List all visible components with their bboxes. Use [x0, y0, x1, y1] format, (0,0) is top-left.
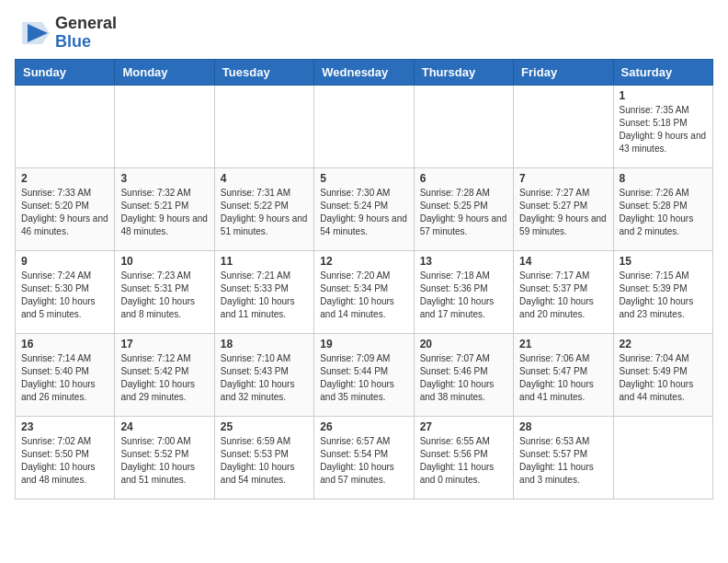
logo-wordmark: GeneralBlue — [55, 15, 117, 52]
calendar-day-cell: 12Sunrise: 7:20 AM Sunset: 5:34 PM Dayli… — [314, 251, 414, 334]
day-number: 27 — [420, 420, 507, 433]
day-info: Sunrise: 7:27 AM Sunset: 5:27 PM Dayligh… — [519, 187, 607, 238]
day-info: Sunrise: 7:26 AM Sunset: 5:28 PM Dayligh… — [620, 187, 707, 238]
day-info: Sunrise: 7:06 AM Sunset: 5:47 PM Dayligh… — [519, 352, 607, 404]
day-number: 15 — [620, 255, 707, 268]
logo-icon — [15, 15, 51, 52]
calendar-day-cell: 22Sunrise: 7:04 AM Sunset: 5:49 PM Dayli… — [613, 334, 712, 417]
day-number: 4 — [221, 172, 308, 185]
day-info: Sunrise: 7:20 AM Sunset: 5:34 PM Dayligh… — [320, 270, 407, 321]
day-number: 2 — [21, 172, 108, 185]
calendar-week-row: 16Sunrise: 7:14 AM Sunset: 5:40 PM Dayli… — [16, 334, 713, 417]
calendar-day-cell: 23Sunrise: 7:02 AM Sunset: 5:50 PM Dayli… — [16, 417, 115, 500]
day-info: Sunrise: 7:02 AM Sunset: 5:50 PM Dayligh… — [21, 435, 108, 487]
calendar-day-cell: 1Sunrise: 7:35 AM Sunset: 5:18 PM Daylig… — [613, 86, 712, 168]
calendar-day-cell: 10Sunrise: 7:23 AM Sunset: 5:31 PM Dayli… — [115, 251, 214, 334]
day-number: 23 — [21, 420, 108, 433]
day-number: 9 — [21, 255, 108, 268]
day-info: Sunrise: 7:09 AM Sunset: 5:44 PM Dayligh… — [320, 352, 407, 404]
calendar-day-cell: 18Sunrise: 7:10 AM Sunset: 5:43 PM Dayli… — [214, 334, 313, 417]
calendar-day-cell — [214, 86, 313, 168]
day-number: 19 — [320, 338, 407, 350]
day-of-week-header: Monday — [115, 60, 214, 86]
calendar-table: SundayMondayTuesdayWednesdayThursdayFrid… — [15, 59, 713, 500]
calendar-week-row: 1Sunrise: 7:35 AM Sunset: 5:18 PM Daylig… — [16, 86, 713, 168]
day-number: 5 — [320, 172, 407, 185]
day-info: Sunrise: 7:10 AM Sunset: 5:43 PM Dayligh… — [221, 352, 308, 404]
day-number: 21 — [519, 338, 607, 350]
calendar-day-cell: 14Sunrise: 7:17 AM Sunset: 5:37 PM Dayli… — [514, 251, 613, 334]
calendar-day-cell: 20Sunrise: 7:07 AM Sunset: 5:46 PM Dayli… — [414, 334, 513, 417]
day-number: 24 — [120, 420, 208, 433]
day-of-week-header: Friday — [514, 60, 613, 86]
calendar-day-cell — [314, 86, 414, 168]
day-number: 25 — [221, 420, 308, 433]
day-number: 26 — [320, 420, 407, 433]
logo: GeneralBlue — [15, 15, 117, 52]
calendar-day-cell: 19Sunrise: 7:09 AM Sunset: 5:44 PM Dayli… — [314, 334, 414, 417]
day-number: 18 — [221, 338, 308, 350]
calendar-day-cell: 13Sunrise: 7:18 AM Sunset: 5:36 PM Dayli… — [414, 251, 513, 334]
calendar-day-cell: 8Sunrise: 7:26 AM Sunset: 5:28 PM Daylig… — [613, 168, 712, 251]
calendar-day-cell: 11Sunrise: 7:21 AM Sunset: 5:33 PM Dayli… — [214, 251, 313, 334]
day-number: 6 — [420, 172, 507, 185]
day-info: Sunrise: 7:33 AM Sunset: 5:20 PM Dayligh… — [21, 187, 108, 238]
day-number: 17 — [120, 338, 208, 350]
day-info: Sunrise: 6:59 AM Sunset: 5:53 PM Dayligh… — [221, 435, 308, 487]
calendar-day-cell: 4Sunrise: 7:31 AM Sunset: 5:22 PM Daylig… — [214, 168, 313, 251]
day-info: Sunrise: 7:21 AM Sunset: 5:33 PM Dayligh… — [221, 270, 308, 321]
calendar-day-cell — [414, 86, 513, 168]
page-header: GeneralBlue — [15, 15, 713, 52]
day-number: 14 — [519, 255, 607, 268]
calendar-day-cell — [16, 86, 115, 168]
day-info: Sunrise: 7:12 AM Sunset: 5:42 PM Dayligh… — [120, 352, 208, 404]
calendar-day-cell: 28Sunrise: 6:53 AM Sunset: 5:57 PM Dayli… — [514, 417, 613, 500]
day-number: 1 — [620, 89, 707, 102]
day-info: Sunrise: 7:18 AM Sunset: 5:36 PM Dayligh… — [420, 270, 507, 321]
day-info: Sunrise: 7:15 AM Sunset: 5:39 PM Dayligh… — [620, 270, 707, 321]
day-number: 28 — [519, 420, 607, 433]
calendar-day-cell: 25Sunrise: 6:59 AM Sunset: 5:53 PM Dayli… — [214, 417, 313, 500]
day-number: 8 — [620, 172, 707, 185]
day-number: 12 — [320, 255, 407, 268]
calendar-day-cell: 17Sunrise: 7:12 AM Sunset: 5:42 PM Dayli… — [115, 334, 214, 417]
day-info: Sunrise: 7:00 AM Sunset: 5:52 PM Dayligh… — [120, 435, 208, 487]
logo-line1: General — [55, 15, 117, 33]
calendar-day-cell: 16Sunrise: 7:14 AM Sunset: 5:40 PM Dayli… — [16, 334, 115, 417]
day-info: Sunrise: 6:53 AM Sunset: 5:57 PM Dayligh… — [519, 435, 607, 487]
day-info: Sunrise: 6:55 AM Sunset: 5:56 PM Dayligh… — [420, 435, 507, 487]
day-info: Sunrise: 7:14 AM Sunset: 5:40 PM Dayligh… — [21, 352, 108, 404]
day-of-week-header: Thursday — [414, 60, 513, 86]
day-of-week-header: Saturday — [613, 60, 712, 86]
day-info: Sunrise: 7:04 AM Sunset: 5:49 PM Dayligh… — [620, 352, 707, 404]
calendar-day-cell: 3Sunrise: 7:32 AM Sunset: 5:21 PM Daylig… — [115, 168, 214, 251]
calendar-day-cell — [115, 86, 214, 168]
logo-line2: Blue — [55, 33, 117, 52]
day-info: Sunrise: 7:35 AM Sunset: 5:18 PM Dayligh… — [620, 104, 707, 155]
calendar-day-cell — [613, 417, 712, 500]
day-info: Sunrise: 7:30 AM Sunset: 5:24 PM Dayligh… — [320, 187, 407, 238]
calendar-header-row: SundayMondayTuesdayWednesdayThursdayFrid… — [16, 60, 713, 86]
calendar-week-row: 9Sunrise: 7:24 AM Sunset: 5:30 PM Daylig… — [16, 251, 713, 334]
day-number: 22 — [620, 338, 707, 350]
day-of-week-header: Sunday — [16, 60, 115, 86]
day-number: 11 — [221, 255, 308, 268]
calendar-day-cell: 7Sunrise: 7:27 AM Sunset: 5:27 PM Daylig… — [514, 168, 613, 251]
calendar-day-cell: 6Sunrise: 7:28 AM Sunset: 5:25 PM Daylig… — [414, 168, 513, 251]
day-info: Sunrise: 7:28 AM Sunset: 5:25 PM Dayligh… — [420, 187, 507, 238]
calendar-day-cell: 9Sunrise: 7:24 AM Sunset: 5:30 PM Daylig… — [16, 251, 115, 334]
calendar-day-cell: 15Sunrise: 7:15 AM Sunset: 5:39 PM Dayli… — [613, 251, 712, 334]
day-info: Sunrise: 7:17 AM Sunset: 5:37 PM Dayligh… — [519, 270, 607, 321]
day-info: Sunrise: 7:07 AM Sunset: 5:46 PM Dayligh… — [420, 352, 507, 404]
calendar-day-cell: 27Sunrise: 6:55 AM Sunset: 5:56 PM Dayli… — [414, 417, 513, 500]
day-number: 7 — [519, 172, 607, 185]
calendar-week-row: 2Sunrise: 7:33 AM Sunset: 5:20 PM Daylig… — [16, 168, 713, 251]
day-info: Sunrise: 7:24 AM Sunset: 5:30 PM Dayligh… — [21, 270, 108, 321]
day-info: Sunrise: 7:31 AM Sunset: 5:22 PM Dayligh… — [221, 187, 308, 238]
day-of-week-header: Tuesday — [214, 60, 313, 86]
calendar-day-cell: 2Sunrise: 7:33 AM Sunset: 5:20 PM Daylig… — [16, 168, 115, 251]
day-of-week-header: Wednesday — [314, 60, 414, 86]
day-number: 10 — [120, 255, 208, 268]
day-number: 16 — [21, 338, 108, 350]
calendar-day-cell: 26Sunrise: 6:57 AM Sunset: 5:54 PM Dayli… — [314, 417, 414, 500]
